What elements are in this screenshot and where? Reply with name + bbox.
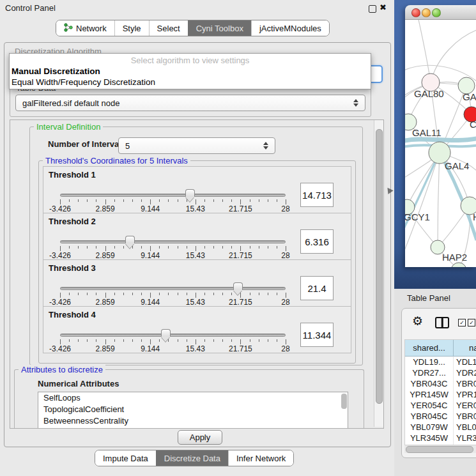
- slider-track[interactable]: [60, 194, 286, 197]
- tick-mark: [178, 246, 178, 249]
- table-data-combobox[interactable]: galFiltered.sif default node: [15, 95, 365, 111]
- graph-node[interactable]: [451, 263, 466, 267]
- tick-mark: [96, 199, 96, 202]
- gear-icon[interactable]: ⚙: [412, 315, 423, 327]
- tick-mark: [268, 339, 268, 342]
- horizontal-scrollbar[interactable]: [404, 445, 476, 453]
- minimize-traffic-light-icon[interactable]: [422, 8, 431, 17]
- tick-mark: [240, 246, 241, 251]
- threshold-value-field[interactable]: 11.344: [300, 323, 334, 347]
- cell-name: YDR2: [454, 367, 476, 378]
- scrollbar-thumb[interactable]: [406, 446, 473, 453]
- threshold-value-field[interactable]: 6.316: [300, 229, 334, 254]
- tick-mark: [60, 199, 61, 204]
- tick-mark: [78, 339, 79, 342]
- list-item[interactable]: TopologicalCoefficient: [38, 404, 348, 415]
- table-header-row: shared... na: [405, 340, 476, 357]
- table-row[interactable]: YBL079WYBL0: [405, 422, 476, 433]
- tick-mark: [114, 246, 115, 249]
- slider-track[interactable]: [60, 240, 286, 243]
- interval-definition-group: Interval Definition Number of Intervals …: [29, 127, 363, 365]
- checkbox-icon[interactable]: ✓: [458, 319, 466, 326]
- tab-select[interactable]: Select: [149, 20, 188, 36]
- number-of-intervals-combobox[interactable]: 5: [118, 137, 275, 154]
- slider-track[interactable]: [60, 287, 286, 290]
- list-scrollbar-thumb[interactable]: [341, 394, 347, 409]
- tick-mark: [277, 293, 277, 295]
- table-rows: YDL19...YDL1YDR27...YDR2YBR043CYBR0YPR14…: [405, 357, 476, 445]
- slider-track[interactable]: [60, 334, 286, 337]
- table-row[interactable]: YDL19...YDL1: [405, 357, 476, 367]
- tick-mark: [231, 199, 232, 202]
- tick-label: 15.43: [186, 251, 205, 260]
- slider-handle[interactable]: [185, 189, 195, 202]
- tab-label: jActiveMNodules: [259, 24, 321, 33]
- tick-mark: [250, 199, 250, 202]
- close-icon[interactable]: ✖: [380, 3, 387, 12]
- table-row[interactable]: YBR043CYBR0: [405, 378, 476, 389]
- float-window-icon[interactable]: [369, 5, 376, 13]
- tab-infer-network[interactable]: Infer Network: [228, 450, 293, 466]
- checkbox-icon[interactable]: ✓: [468, 319, 475, 326]
- scrollbar-thumb[interactable]: [376, 129, 383, 404]
- tick-mark: [114, 293, 115, 295]
- cell-shared-name: YBR043C: [405, 378, 454, 389]
- tick-mark: [196, 246, 196, 251]
- tick-mark: [78, 246, 79, 249]
- table-row[interactable]: YDR27...YDR2: [405, 367, 476, 378]
- threshold-value-field[interactable]: 21.4: [300, 276, 334, 300]
- algorithm-option-manual[interactable]: Manual Discretization: [10, 66, 371, 77]
- number-of-intervals-label: Number of Intervals: [48, 139, 126, 149]
- tick-mark: [87, 293, 88, 295]
- settings-scrollpane: Interval Definition Number of Intervals …: [10, 119, 384, 429]
- slider-handle[interactable]: [125, 236, 135, 249]
- tick-label: 21.715: [229, 251, 252, 260]
- tab-jactivemnodules[interactable]: jActiveMNodules: [251, 20, 329, 36]
- tick-mark: [259, 199, 259, 202]
- tick-mark: [159, 199, 160, 202]
- tick-mark: [105, 246, 106, 251]
- threshold-value-field[interactable]: 14.713: [300, 183, 334, 207]
- table-row[interactable]: YLR345WYLR3: [405, 433, 476, 443]
- tab-network[interactable]: Network: [56, 20, 114, 36]
- panel-title: Control Panel: [5, 3, 56, 13]
- tab-impute-data[interactable]: Impute Data: [95, 450, 156, 466]
- tab-cyni-toolbox[interactable]: Cyni Toolbox: [188, 20, 251, 36]
- table-row[interactable]: YER054CYER0: [405, 400, 476, 411]
- table-data-value: galFiltered.sif default node: [16, 98, 119, 108]
- network-window-titlebar[interactable]: [405, 5, 476, 20]
- tab-style[interactable]: Style: [114, 20, 149, 36]
- tick-mark: [123, 339, 124, 342]
- close-traffic-light-icon[interactable]: [411, 8, 420, 17]
- node-label: H: [473, 211, 476, 222]
- tick-mark: [231, 339, 232, 342]
- split-columns-icon[interactable]: [435, 317, 449, 328]
- network-canvas[interactable]: GAL80GACGAL11GAL4GCY1HHAP2: [405, 20, 476, 267]
- interval-definition-title: Interval Definition: [34, 122, 103, 132]
- numerical-attributes-list[interactable]: SelfLoopsTopologicalCoefficientBetweenne…: [38, 392, 348, 429]
- column-header-shared-name[interactable]: shared...: [405, 340, 454, 356]
- combo-spinner-icon: [263, 142, 268, 150]
- table-row[interactable]: YBR045CYBR0: [405, 411, 476, 422]
- tick-mark: [141, 339, 142, 342]
- algorithm-option-equal-width[interactable]: Equal Width/Frequency Discretization: [10, 77, 371, 88]
- tick-mark: [141, 293, 142, 295]
- number-of-intervals-value: 5: [119, 141, 130, 151]
- slider-handle[interactable]: [233, 282, 243, 295]
- table-row[interactable]: YPR145WYPR1: [405, 389, 476, 400]
- tick-mark: [150, 339, 151, 344]
- tick-mark: [105, 199, 106, 204]
- column-header-name[interactable]: na: [454, 340, 476, 356]
- list-item[interactable]: BetweennessCentrality: [38, 415, 348, 427]
- tab-discretize-data[interactable]: Discretize Data: [156, 450, 228, 466]
- slider-handle[interactable]: [161, 329, 171, 342]
- list-item[interactable]: SelfLoops: [38, 392, 348, 404]
- tick-mark: [123, 199, 124, 202]
- vertical-scrollbar[interactable]: [374, 120, 383, 427]
- tick-label: 2.859: [96, 251, 115, 260]
- tick-mark: [168, 199, 169, 202]
- apply-button[interactable]: Apply: [178, 430, 222, 445]
- top-tab-bar: NetworkStyleSelectCyni ToolboxjActiveMNo…: [56, 20, 330, 36]
- zoom-traffic-light-icon[interactable]: [432, 8, 441, 17]
- tick-label: 15.43: [186, 298, 205, 307]
